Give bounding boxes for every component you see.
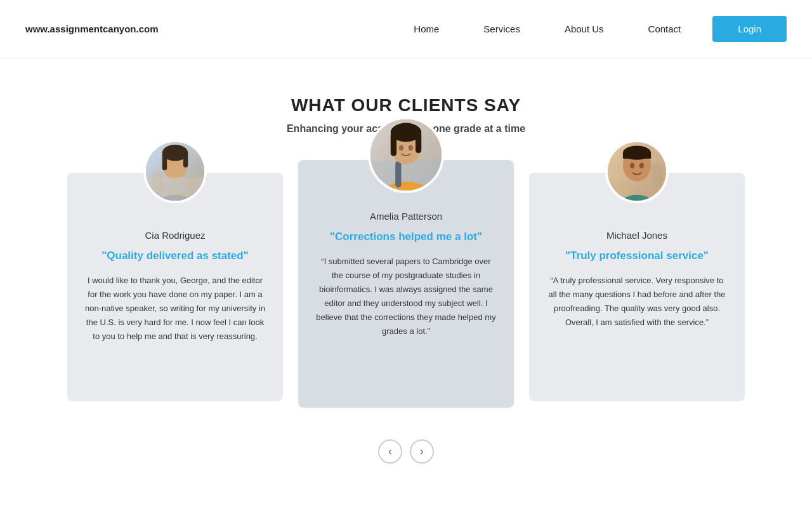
quote-text-amelia: “I submitted several papers to Cambridge… [316,255,496,339]
svg-rect-9 [187,175,198,201]
svg-rect-14 [395,161,401,187]
name-michael: Michael Jones [606,230,667,241]
navbar: www.assignmentcanyon.com Home Services A… [0,0,812,57]
svg-point-23 [652,163,663,186]
svg-rect-18 [416,133,421,154]
testimonial-card-cia: Cia Rodriguez "Quality delivered as stat… [67,173,283,401]
prev-button[interactable]: ‹ [378,439,402,464]
next-button[interactable]: › [410,439,434,464]
quote-text-michael: “A truly professional service. Very resp… [547,274,727,330]
carousel-controls: ‹ › [0,439,812,464]
svg-rect-5 [162,153,167,171]
nav-link-contact[interactable]: Contact [629,17,700,41]
testimonial-card-amelia: Amelia Patterson "Corrections helped me … [298,160,514,408]
svg-rect-6 [183,153,188,168]
avatar-michael [605,140,669,203]
avatar-amelia [368,117,444,193]
nav-link-home[interactable]: Home [395,17,458,41]
svg-point-29 [639,163,644,168]
svg-rect-17 [391,133,396,156]
login-button[interactable]: Login [712,16,787,42]
quote-title-michael: "Truly professional service" [565,250,709,262]
avatar-cia [143,140,207,203]
quote-title-amelia: "Corrections helped me a lot" [330,231,482,243]
svg-rect-27 [623,153,651,159]
section-title: WHAT OUR CLIENTS SAY [0,95,812,116]
svg-point-20 [409,145,413,150]
svg-point-19 [399,145,403,150]
name-amelia: Amelia Patterson [370,211,442,222]
nav-links: Home Services About Us Contact Login [395,16,787,42]
name-cia: Cia Rodriguez [145,230,205,241]
nav-link-services[interactable]: Services [464,17,539,41]
nav-logo[interactable]: www.assignmentcanyon.com [25,23,159,34]
svg-rect-8 [152,171,163,201]
svg-point-28 [630,163,634,168]
quote-text-cia: I would like to thank you, George, and t… [85,274,265,344]
quote-title-cia: "Quality delivered as stated" [102,250,249,262]
testimonials-container: Cia Rodriguez "Quality delivered as stat… [25,173,787,408]
testimonial-card-michael: Michael Jones "Truly professional servic… [529,173,745,401]
nav-link-about[interactable]: About Us [546,17,623,41]
